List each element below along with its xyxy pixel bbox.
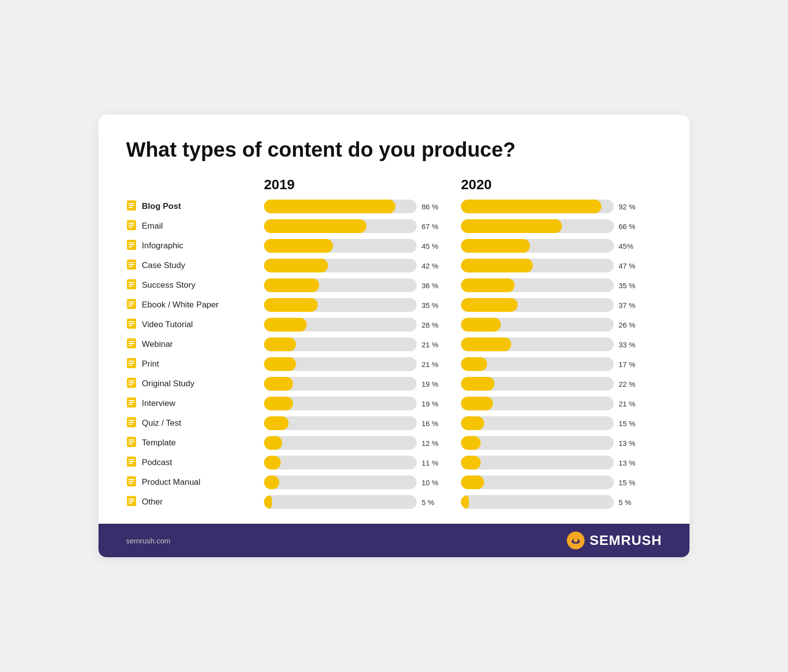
bar-fill-2019 [264,318,307,332]
bar-label-2019: 11 % [422,459,443,467]
bar-track-2019 [264,475,417,489]
svg-rect-63 [129,503,132,504]
bar-track-2020 [461,495,614,509]
bar-fill-2020 [461,416,484,430]
footer: semrush.com SEMRUSH [98,524,690,557]
bar-track-2020 [461,436,614,450]
bar-fill-2020 [461,278,515,292]
rows-container: Blog Post86 %92 %Email67 %66 %Infographi… [126,197,662,512]
bar-label-2019: 36 % [422,281,443,290]
bar-track-2019 [264,337,417,351]
table-row: Case Study42 %47 % [126,256,662,275]
bar-group-2020: 13 % [461,456,658,470]
row-label: Infographic [126,239,264,253]
bar-group-2019: 16 % [264,416,461,430]
table-row: Original Study19 %22 % [126,374,662,394]
bar-track-2020 [461,416,614,430]
bars-container: 86 %92 % [264,200,662,213]
bar-fill-2020 [461,456,481,470]
table-row: Template12 %13 % [126,433,662,453]
row-label: Ebook / White Paper [126,299,264,312]
table-row: Interview19 %21 % [126,394,662,413]
bar-fill-2020 [461,259,533,272]
table-row: Success Story36 %35 % [126,275,662,295]
svg-rect-31 [129,345,132,346]
bar-fill-2020 [461,397,493,410]
bar-fill-2019 [264,337,296,351]
bar-track-2020 [461,219,614,233]
main-title: What types of content do you produce? [126,138,662,161]
bar-group-2020: 13 % [461,436,658,450]
row-text: Print [142,359,159,369]
bar-track-2020 [461,298,614,312]
bar-track-2019 [264,219,417,233]
row-label: Product Manual [126,476,264,489]
bar-fill-2020 [461,436,481,450]
document-icon [126,279,137,292]
svg-rect-43 [129,404,132,405]
bars-container: 21 %33 % [264,337,662,351]
svg-rect-35 [129,365,132,366]
row-label: Original Study [126,377,264,391]
bar-track-2020 [461,397,614,410]
row-label: Print [126,358,264,371]
bar-fill-2020 [461,318,501,332]
document-icon [126,476,137,489]
bar-fill-2020 [461,337,511,351]
bar-group-2020: 26 % [461,318,658,332]
bar-group-2020: 37 % [461,298,658,312]
svg-rect-15 [129,266,132,267]
bar-group-2019: 36 % [264,278,461,292]
bars-container: 45 %45% [264,239,662,253]
bar-fill-2019 [264,416,289,430]
bar-group-2020: 22 % [461,377,658,391]
bar-label-2020: 37 % [619,301,640,309]
footer-logo: SEMRUSH [567,532,662,549]
bar-group-2020: 45% [461,239,658,253]
bar-track-2019 [264,278,417,292]
bar-fill-2019 [264,456,281,470]
bar-track-2019 [264,456,417,470]
svg-rect-11 [129,246,132,247]
bar-group-2020: 66 % [461,219,658,233]
footer-url: semrush.com [126,537,170,545]
document-icon [126,259,137,272]
bar-label-2019: 28 % [422,321,443,329]
bar-label-2020: 45% [619,242,640,250]
bar-label-2019: 16 % [422,419,443,428]
bar-group-2019: 19 % [264,397,461,410]
document-icon [126,397,137,410]
svg-rect-22 [129,303,134,304]
row-label: Case Study [126,259,264,272]
svg-rect-5 [129,223,134,224]
row-text: Other [142,497,163,507]
bar-fill-2020 [461,200,601,213]
main-card: What types of content do you produce? 20… [98,115,690,557]
bar-track-2020 [461,377,614,391]
bar-track-2019 [264,298,417,312]
bar-group-2020: 92 % [461,200,658,213]
svg-rect-51 [129,443,132,444]
bar-track-2020 [461,318,614,332]
bar-group-2020: 15 % [461,475,658,489]
bar-group-2019: 42 % [264,259,461,272]
svg-rect-58 [129,481,134,482]
bar-track-2019 [264,357,417,371]
row-label: Email [126,220,264,233]
bar-label-2020: 17 % [619,360,640,369]
bar-track-2020 [461,239,614,253]
table-row: Email67 %66 % [126,216,662,236]
svg-rect-37 [129,380,134,381]
bars-container: 10 %15 % [264,475,662,489]
bars-container: 11 %13 % [264,456,662,470]
bar-group-2019: 21 % [264,357,461,371]
bar-fill-2019 [264,239,333,253]
row-label: Blog Post [126,200,264,213]
bar-fill-2020 [461,298,518,312]
document-icon [126,456,137,470]
bar-fill-2019 [264,495,272,509]
document-icon [126,200,137,213]
svg-rect-50 [129,441,134,442]
row-text: Template [142,438,176,448]
bars-container: 35 %37 % [264,298,662,312]
